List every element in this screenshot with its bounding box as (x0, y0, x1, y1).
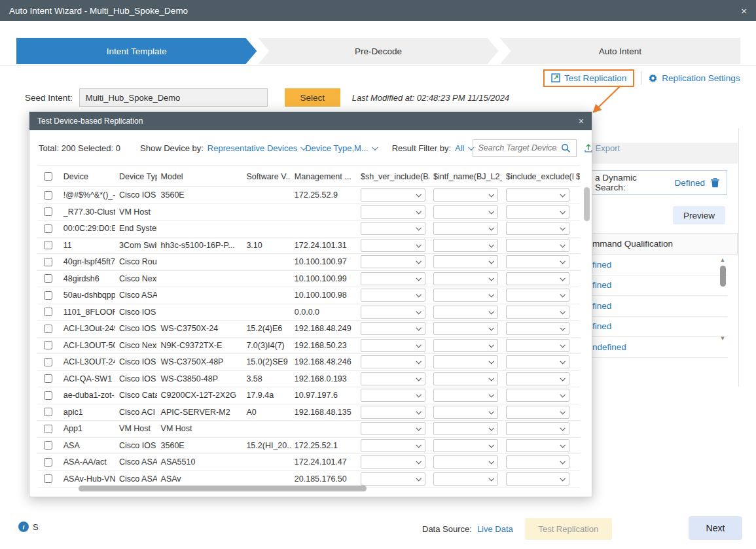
search-input[interactable] (478, 143, 557, 152)
include-exclude-select[interactable] (506, 372, 569, 385)
col-sh-ver-include[interactable]: $sh_ver_include(BJ_L... (357, 172, 429, 181)
seed-intent-field[interactable]: Multi_Hub_Spoke_Demo (79, 88, 268, 107)
qualification-scrollbar[interactable]: ▲ ▼ (718, 257, 727, 342)
trash-icon[interactable] (710, 177, 720, 188)
include-exclude-select[interactable] (506, 339, 569, 352)
result-filter-dropdown[interactable]: All (455, 143, 472, 153)
modal-horizontal-scrollbar-thumb[interactable] (79, 486, 367, 491)
qualification-link[interactable]: ndefined (592, 337, 727, 358)
search-icon[interactable] (561, 143, 571, 153)
row-checkbox[interactable] (37, 458, 60, 467)
intf-name-select[interactable] (433, 439, 498, 452)
window-close-icon[interactable]: × (741, 5, 747, 16)
row-checkbox[interactable] (37, 241, 60, 249)
intf-name-select[interactable] (433, 239, 498, 252)
row-checkbox[interactable] (37, 258, 60, 266)
include-exclude-select[interactable] (506, 355, 569, 368)
dynamic-search-defined-link[interactable]: Defined (675, 178, 706, 188)
tab-auto-intent[interactable]: Auto Intent (500, 38, 740, 64)
sh-ver-include-select[interactable] (361, 339, 425, 352)
qualification-link[interactable]: fined (592, 275, 727, 296)
intf-name-select[interactable] (433, 188, 498, 202)
row-checkbox[interactable] (37, 207, 60, 216)
intf-name-select[interactable] (433, 322, 498, 335)
row-checkbox[interactable] (37, 274, 60, 283)
include-exclude-select[interactable] (506, 239, 569, 252)
intf-name-select[interactable] (433, 339, 498, 352)
intf-name-select[interactable] (433, 222, 498, 235)
include-exclude-select[interactable] (506, 222, 569, 235)
tab-intent-template[interactable]: Intent Template (16, 38, 257, 64)
sh-ver-include-select[interactable] (361, 289, 425, 302)
sh-ver-include-select[interactable] (361, 455, 425, 469)
select-all-checkbox[interactable] (37, 172, 60, 181)
intf-name-select[interactable] (433, 355, 498, 368)
sh-ver-include-select[interactable] (361, 439, 425, 452)
include-exclude-select[interactable] (506, 188, 569, 202)
modal-close-icon[interactable]: × (579, 116, 584, 126)
row-checkbox[interactable] (37, 441, 60, 450)
include-exclude-select[interactable] (506, 422, 569, 435)
intf-name-select[interactable] (433, 272, 498, 285)
sh-ver-include-select[interactable] (361, 239, 425, 252)
qualification-link[interactable]: fined (592, 255, 727, 275)
next-button[interactable]: Next (689, 516, 742, 540)
col-management[interactable]: Management ... (291, 172, 357, 181)
scroll-up-icon[interactable]: ▲ (720, 257, 726, 263)
col-intf-name[interactable]: $intf_name(BJ_L2_Co... (429, 172, 502, 181)
row-checkbox[interactable] (37, 391, 60, 400)
device-type-dropdown[interactable]: Device Type,M... (305, 143, 376, 153)
intf-name-select[interactable] (433, 389, 498, 402)
intf-name-select[interactable] (433, 306, 498, 319)
test-replication-button-disabled[interactable]: Test Replication (525, 518, 612, 540)
col-software-version[interactable]: Software V... (242, 172, 290, 181)
intf-name-select[interactable] (433, 372, 498, 385)
show-device-by-dropdown[interactable]: Representative Devices (207, 143, 305, 153)
preview-button[interactable]: Preview (673, 206, 725, 224)
sh-ver-include-select[interactable] (361, 222, 425, 235)
intf-name-select[interactable] (433, 289, 498, 302)
tab-pre-decode[interactable]: Pre-Decode (258, 38, 498, 64)
intf-name-select[interactable] (433, 422, 498, 435)
scrollbar-thumb[interactable] (720, 266, 726, 287)
row-checkbox[interactable] (37, 474, 60, 483)
export-button[interactable]: Export (585, 143, 621, 153)
include-exclude-select[interactable] (506, 472, 569, 486)
row-checkbox[interactable] (37, 374, 60, 383)
include-exclude-select[interactable] (506, 205, 569, 219)
include-exclude-select[interactable] (506, 439, 569, 452)
sh-ver-include-select[interactable] (361, 322, 425, 335)
include-exclude-select[interactable] (506, 255, 569, 268)
col-include-exclude[interactable]: $include_exclude(BJ_... (502, 172, 573, 181)
col-model[interactable]: Model (157, 172, 243, 181)
row-checkbox[interactable] (37, 224, 60, 233)
sh-ver-include-select[interactable] (361, 472, 425, 486)
row-checkbox[interactable] (37, 291, 60, 300)
sh-ver-include-select[interactable] (361, 406, 425, 419)
include-exclude-select[interactable] (506, 455, 569, 469)
include-exclude-select[interactable] (506, 406, 569, 419)
row-checkbox[interactable] (37, 341, 60, 349)
row-checkbox[interactable] (37, 408, 60, 416)
replication-settings-link[interactable]: Replication Settings (648, 73, 740, 83)
sh-ver-include-select[interactable] (361, 372, 425, 385)
col-device-type[interactable]: Device Typ... (115, 172, 157, 181)
include-exclude-select[interactable] (506, 306, 569, 319)
sh-ver-include-select[interactable] (361, 272, 425, 285)
row-checkbox[interactable] (37, 425, 60, 433)
live-data-link[interactable]: Live Data (477, 524, 513, 534)
sh-ver-include-select[interactable] (361, 255, 425, 268)
select-button[interactable]: Select (285, 88, 340, 107)
sh-ver-include-select[interactable] (361, 355, 425, 368)
intf-name-select[interactable] (433, 472, 498, 486)
include-exclude-select[interactable] (506, 289, 569, 302)
col-device[interactable]: Device (60, 172, 115, 181)
scroll-down-icon[interactable]: ▼ (720, 335, 726, 342)
sh-ver-include-select[interactable] (361, 389, 425, 402)
intf-name-select[interactable] (433, 455, 498, 469)
qualification-link[interactable]: fined (592, 317, 727, 338)
modal-vertical-scrollbar-thumb[interactable] (584, 187, 590, 221)
include-exclude-select[interactable] (506, 389, 569, 402)
include-exclude-select[interactable] (506, 322, 569, 335)
row-checkbox[interactable] (37, 191, 60, 200)
